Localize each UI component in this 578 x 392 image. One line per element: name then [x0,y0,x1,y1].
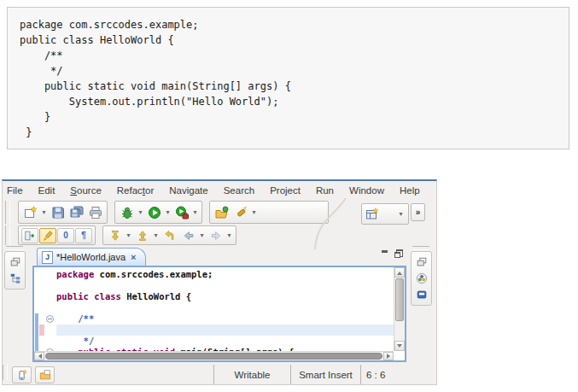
perspective-dropdown[interactable] [397,210,405,218]
screenshot-page: package com.srccodes.example; public cla… [0,0,578,392]
statusbar-drag-handle[interactable] [3,365,8,380]
editor-tab-bar: J *HelloWorld.java × [32,248,406,266]
last-edit-location-icon [164,230,176,242]
scroll-down-icon[interactable] [394,341,405,351]
menu-help[interactable]: Help [400,185,420,196]
code-line-1[interactable]: package com.srccodes.example; [56,269,394,280]
resource-folder-button[interactable] [35,366,55,383]
status-cursor-position: 6 : 6 [360,365,436,384]
menu-search[interactable]: Search [224,185,254,196]
minimize-icon[interactable] [381,249,388,257]
maximize-icon[interactable] [394,249,402,257]
scroll-up-icon[interactable] [394,267,405,278]
fast-view-button[interactable] [12,366,32,383]
code-snippet-box: package com.srccodes.example; public cla… [7,7,569,149]
toolbar-group-editor-presentation: 0 ¶ [18,225,96,245]
run-dropdown[interactable] [164,208,172,216]
next-annotation-button[interactable] [106,226,124,244]
last-edit-location-button[interactable] [161,226,178,244]
left-trim-grip[interactable] [6,246,23,250]
new-wizard-dropdown[interactable] [40,208,48,216]
right-trim-grip[interactable] [412,246,429,250]
next-annotation-dropdown[interactable] [125,231,132,239]
back-button[interactable] [179,226,197,244]
run-last-button[interactable] [172,203,190,221]
run-last-dropdown[interactable] [191,208,199,216]
save-all-button[interactable] [67,203,85,221]
outline-view-button[interactable] [416,272,428,284]
fold-collapse-icon[interactable] [46,315,54,323]
forward-button[interactable] [207,226,225,244]
print-icon [89,206,102,219]
show-whitespace-button[interactable]: ¶ [75,228,92,243]
forward-dropdown[interactable] [225,231,233,239]
horizontal-scrollbar[interactable] [34,351,394,360]
show-selected-element-button[interactable]: 0 [57,228,74,243]
menu-run[interactable]: Run [316,185,334,196]
task-list-view-button[interactable] [416,289,428,301]
restore-view-button[interactable] [9,256,21,268]
code-line-2[interactable] [56,280,394,291]
editor-tab-helloworld[interactable]: J *HelloWorld.java × [37,248,146,266]
vertical-scrollbar[interactable] [394,267,405,351]
left-trim-bar [4,251,26,290]
code-line-4[interactable] [56,302,394,313]
editor-minmax-controls [381,249,402,257]
perspective-switcher-button[interactable] [361,203,409,225]
toolbar-row-2: 0 ¶ [5,225,236,245]
search-button[interactable] [231,203,249,221]
menu-navigate[interactable]: Navigate [169,185,207,196]
editor-tab-title: *HelloWorld.java [56,252,126,262]
search-dropdown[interactable] [250,208,258,216]
previous-annotation-dropdown[interactable] [152,231,160,239]
menu-project[interactable]: Project [270,185,301,196]
new-wizard-button[interactable] [21,203,39,221]
quickdiff-added-marker [39,325,44,336]
toolbar-drag-handle-2[interactable] [5,225,10,245]
toolbar-drag-handle[interactable] [5,201,10,224]
debug-button[interactable] [118,203,136,221]
menu-file[interactable]: File [7,185,23,196]
open-type-button[interactable] [213,203,231,221]
package-explorer-button[interactable] [9,272,21,284]
menu-refactor[interactable]: Refactor [117,185,154,196]
next-annotation-icon [109,230,121,242]
toolbar-group-run [114,201,202,224]
horizontal-scroll-thumb[interactable] [45,353,382,360]
vertical-scroll-thumb[interactable] [395,278,404,321]
code-line-6[interactable] [56,325,394,336]
run-button[interactable] [145,203,163,221]
eclipse-window: FileEditSourceRefactorNavigateSearchProj… [2,179,437,385]
back-dropdown[interactable] [198,231,206,239]
java-file-icon: J [42,251,53,264]
debug-icon [120,206,134,219]
menu-source[interactable]: Source [70,185,101,196]
restore-pane-icon [416,256,428,268]
debug-dropdown[interactable] [137,208,144,216]
forward-icon [210,230,222,242]
open-type-icon [215,206,229,219]
print-button[interactable] [86,203,104,221]
breadcrumb-button[interactable] [21,228,38,243]
editor-code-area[interactable]: package com.srccodes.example; public cla… [32,266,406,362]
new-wizard-icon [24,206,38,219]
perspective-overflow-button[interactable]: » [411,203,425,221]
status-writable: Writable [213,365,290,384]
outline-view-icon [416,272,428,284]
menu-edit[interactable]: Edit [38,185,55,196]
tab-close-icon[interactable]: × [131,253,136,262]
scroll-left-icon[interactable] [34,352,44,360]
code-line-7[interactable]: */ [56,336,394,347]
run-last-icon [175,206,189,219]
restore-view-button-right[interactable] [416,256,428,268]
menu-window[interactable]: Window [349,185,384,196]
show-selected-element-icon: 0 [63,231,68,240]
editor-code-lines: package com.srccodes.example; public cla… [56,267,394,351]
previous-annotation-button[interactable] [133,226,151,244]
scroll-right-icon[interactable] [383,352,394,360]
mark-occurrences-button[interactable] [39,228,56,243]
previous-annotation-icon [137,230,149,242]
code-line-3[interactable]: public class HelloWorld { [56,291,394,302]
code-line-5[interactable]: /** [56,313,394,325]
save-button[interactable] [49,203,67,221]
